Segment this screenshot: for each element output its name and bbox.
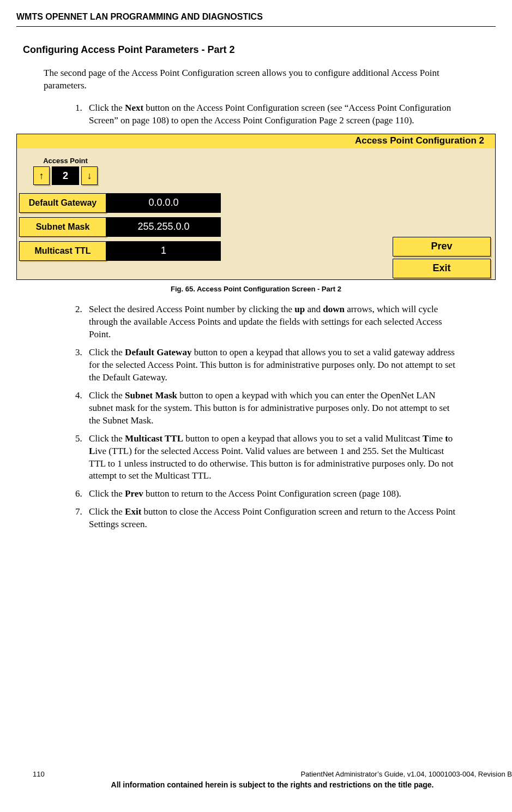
s3b: Default Gateway — [125, 347, 191, 357]
s5e: ime — [429, 433, 445, 444]
step-1: Click the Next button on the Access Poin… — [85, 102, 457, 127]
default-gateway-button[interactable]: Default Gateway — [19, 193, 106, 213]
access-point-stepper-block: Access Point ↑ 2 ↓ — [33, 156, 98, 186]
subnet-mask-value: 255.255.0.0 — [106, 217, 221, 237]
s5b: Multicast TTL — [125, 433, 183, 444]
page-number: 110 — [33, 769, 45, 779]
figure-caption: Fig. 65. Access Point Configuration Scre… — [16, 284, 496, 294]
ap-number-value: 2 — [52, 166, 79, 185]
s7a: Click the — [89, 506, 125, 517]
footer-notice: All information contained herein is subj… — [33, 780, 512, 790]
intro-paragraph: The second page of the Access Point Conf… — [44, 67, 457, 92]
ap-down-button[interactable]: ↓ — [81, 166, 98, 185]
s7c: button to close the Access Point Configu… — [89, 506, 455, 529]
s3a: Click the — [89, 347, 125, 357]
screenshot-title-bar: Access Point Configuration 2 — [17, 134, 495, 148]
s5d: T — [423, 433, 429, 444]
step-1-text-c: button on the Access Point Configuration… — [89, 103, 451, 126]
step-2: Select the desired Access Point number b… — [85, 303, 457, 341]
subnet-mask-button[interactable]: Subnet Mask — [19, 217, 106, 237]
s5a: Click the — [89, 433, 125, 444]
section-title: Configuring Access Point Parameters - Pa… — [23, 43, 496, 56]
default-gateway-value: 0.0.0.0 — [106, 193, 221, 213]
page-footer: 110 PatientNet Administrator’s Guide, v1… — [16, 769, 512, 790]
s5i: ive (TTL) for the selected Access Point.… — [89, 446, 453, 481]
step-1-text-a: Click the — [89, 103, 125, 113]
s7b: Exit — [125, 506, 141, 517]
step-6: Click the Prev button to return to the A… — [85, 488, 457, 500]
step-1-bold: Next — [125, 103, 143, 113]
s4a: Click the — [89, 390, 125, 401]
footer-right: PatientNet Administrator’s Guide, v1.04,… — [300, 769, 512, 779]
multicast-ttl-value: 1 — [106, 241, 221, 261]
step-4: Click the Subnet Mask button to open a k… — [85, 390, 457, 427]
access-point-label: Access Point — [33, 156, 98, 166]
s6b: Prev — [125, 488, 143, 499]
s5h: L — [89, 446, 95, 456]
screenshot-panel: Access Point Configuration 2 Access Poin… — [16, 134, 496, 280]
s4b: Subnet Mask — [125, 390, 177, 401]
multicast-ttl-button[interactable]: Multicast TTL — [19, 241, 106, 261]
step-7: Click the Exit button to close the Acces… — [85, 506, 457, 531]
prev-button[interactable]: Prev — [393, 237, 491, 256]
s2c: and — [305, 304, 323, 314]
s2a: Select the desired Access Point number b… — [89, 304, 294, 314]
ap-up-button[interactable]: ↑ — [33, 166, 50, 185]
screenshot-title: Access Point Configuration 2 — [355, 135, 484, 147]
s2d: down — [323, 304, 345, 314]
s5c: button to open a keypad that allows you … — [183, 433, 423, 444]
step-3: Click the Default Gateway button to open… — [85, 347, 457, 384]
exit-button[interactable]: Exit — [393, 259, 491, 278]
s6c: button to return to the Access Point Con… — [143, 488, 401, 499]
page-header: WMTS OPENNET LAN PROGRAMMING AND DIAGNOS… — [16, 11, 496, 27]
step-5: Click the Multicast TTL button to open a… — [85, 433, 457, 483]
s5g: o — [448, 433, 453, 444]
s2b: up — [294, 304, 305, 314]
s6a: Click the — [89, 488, 125, 499]
